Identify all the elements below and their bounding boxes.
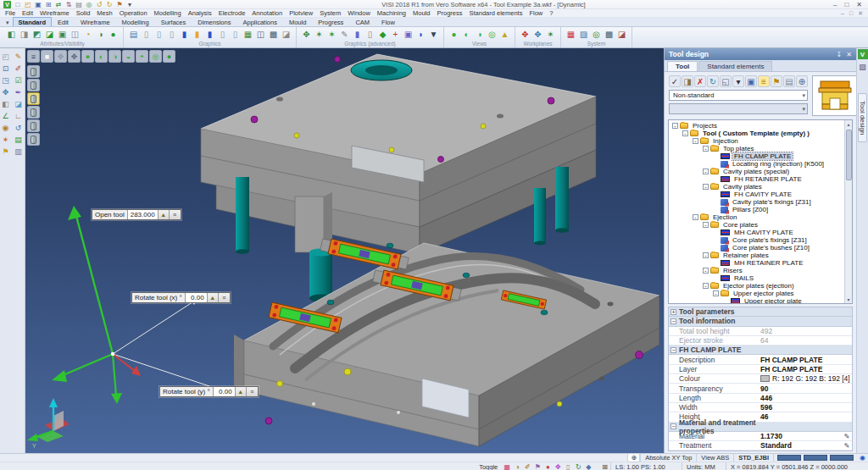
pin-icon[interactable]: ↧ <box>837 51 843 58</box>
section-icon[interactable]: ◫ <box>255 29 266 40</box>
view-sphere-7-icon[interactable]: ● <box>163 50 175 63</box>
tree-item[interactable]: FH RETAINER PLATE <box>670 175 843 183</box>
vp-assembly-icon[interactable] <box>27 79 40 91</box>
tree-item[interactable]: - Cavity plates <box>670 183 843 191</box>
tree-expander-icon[interactable]: - <box>703 268 709 274</box>
tree-item[interactable]: - Ejection <box>670 213 843 221</box>
toggle-flag-icon[interactable]: ⚑ <box>533 462 542 470</box>
ribbon-tab[interactable]: Progress <box>312 17 349 26</box>
workplane-3pt-icon[interactable]: ✶ <box>545 29 556 40</box>
tree-scrollbar[interactable]: ▴ ▾ <box>844 120 852 303</box>
section-expander-icon[interactable]: − <box>670 347 676 353</box>
layers-icon[interactable]: ▥ <box>14 147 24 157</box>
cylinder-ghost-icon[interactable]: ▮ <box>204 29 215 40</box>
menu-item[interactable]: Wireframe <box>40 9 70 17</box>
tree-item[interactable]: - Retainer plates <box>670 252 843 259</box>
view-front-icon[interactable]: ◑ <box>474 29 485 40</box>
half-view-icon[interactable]: ◗ <box>415 29 426 40</box>
rotate-tool-x-label[interactable]: Rotate tool (x) ° 0.00 ▲ ≡ <box>131 292 231 303</box>
scroll-up-icon[interactable]: ▴ <box>847 120 849 128</box>
colour-table-icon[interactable]: ▦ <box>565 29 576 40</box>
vp-active-solid-icon[interactable] <box>27 92 40 105</box>
menu-item[interactable]: Mould <box>413 9 430 17</box>
menu-item[interactable]: Operation <box>120 9 147 17</box>
cylinder-active-icon[interactable]: ▮ <box>192 29 203 40</box>
menu-item[interactable]: Electrode <box>219 9 246 17</box>
shade-toggle-icon[interactable]: ◔ <box>82 29 93 40</box>
param-row[interactable]: Total tool height 492 <box>669 327 852 336</box>
refresh-tool-icon[interactable]: ↻ <box>707 75 719 87</box>
edit-icon[interactable]: ✎ <box>842 433 852 440</box>
transparency-icon[interactable]: ◑ <box>95 29 106 40</box>
param-row[interactable]: Colour R: 192 G: 192 B: 192 [4] <box>669 374 852 384</box>
bounds-icon[interactable]: ⊡ <box>1 64 11 74</box>
history-icon[interactable]: ↺ <box>14 123 24 133</box>
spark-icon[interactable]: ✶ <box>1 135 11 145</box>
drop-view-icon[interactable]: ▼ <box>428 29 439 40</box>
toggle-pen-icon[interactable]: ✐ <box>523 462 531 470</box>
tree-item[interactable]: - Core plates <box>670 221 843 229</box>
open-tool-icon[interactable]: ◰ <box>1 52 11 62</box>
menu-item[interactable]: Plotview <box>289 9 313 17</box>
vp-solid-icon[interactable] <box>27 106 40 119</box>
view-sphere-3-icon[interactable]: ◑ <box>108 50 121 63</box>
view-iso-icon[interactable]: ● <box>448 29 459 40</box>
undo-icon[interactable]: ↺ <box>95 0 103 8</box>
view-sphere-5-icon[interactable]: ◓ <box>136 50 148 63</box>
rotate-y-value[interactable]: 0.00 <box>214 387 236 396</box>
menu-item[interactable]: Edit <box>22 9 33 17</box>
close-button[interactable]: ✕ <box>856 1 862 8</box>
modify-icon[interactable]: ✒ <box>14 87 24 97</box>
surface-icon[interactable]: ◪ <box>14 99 24 109</box>
menu-item[interactable]: Progress <box>437 9 462 17</box>
ribbon-tab[interactable]: Standard <box>13 17 53 26</box>
edit-icon[interactable]: ✎ <box>842 442 852 450</box>
list-button-icon[interactable]: ≡ <box>247 387 258 396</box>
save-tool-icon[interactable]: ▣ <box>745 75 757 87</box>
view-mode-cell[interactable]: View ABS <box>696 454 733 462</box>
scrollbar-thumb[interactable] <box>846 130 852 180</box>
shadow-icon[interactable]: ◪ <box>281 29 292 40</box>
search-icon[interactable]: ⊕ <box>796 75 808 87</box>
status-search-icon[interactable]: ⊕ <box>627 453 640 462</box>
gem-icon[interactable]: ◆ <box>377 29 388 40</box>
menu-item[interactable]: Window <box>348 9 370 17</box>
tree-expander-icon[interactable]: - <box>703 222 709 228</box>
cylinder-view-icon[interactable]: ▯ <box>141 29 152 40</box>
param-row[interactable]: Transparency 90 <box>669 384 852 393</box>
clip-box-icon[interactable]: ▯ <box>364 29 376 40</box>
refresh-graphics-icon[interactable]: ▤ <box>128 29 139 40</box>
measure-icon[interactable]: ∠ <box>1 111 11 121</box>
doc-restore-button[interactable]: □ <box>849 10 853 17</box>
ribbon-tab[interactable]: Modelling <box>116 17 155 26</box>
panel-tab[interactable]: Tool <box>667 61 698 71</box>
camera-icon[interactable]: ◨ <box>682 75 693 87</box>
add-view-icon[interactable]: + <box>390 29 401 40</box>
burst-icon[interactable]: ✶ <box>326 29 337 40</box>
ribbon-tab[interactable]: Mould <box>283 17 312 26</box>
tree-expander-icon[interactable]: - <box>703 184 709 190</box>
param-row[interactable]: − Material and treatment properties <box>669 423 852 432</box>
blank-icon[interactable]: ▣ <box>57 29 68 40</box>
tree-item[interactable]: - Tool ( Custom Template (empty) ) <box>670 130 843 137</box>
doc-minimize-button[interactable]: – <box>841 10 844 17</box>
grid-render-icon[interactable]: ▩ <box>268 29 279 40</box>
list-button-icon[interactable]: ≡ <box>170 210 181 219</box>
open-tool-label[interactable]: Open tool 283.000 ▲ ≡ <box>92 209 181 220</box>
vp-item-filter-icon[interactable] <box>27 65 40 78</box>
minimize-button[interactable]: – <box>833 1 837 8</box>
tree-expander-icon[interactable]: - <box>713 290 719 296</box>
query-icon[interactable]: ◉ <box>1 123 11 133</box>
delete-tool-icon[interactable]: ✗ <box>694 75 706 87</box>
cylinder-edge-icon[interactable]: ▯ <box>217 29 228 40</box>
cylinder-shade-icon[interactable]: ▮ <box>179 29 190 40</box>
ribbon-tab[interactable]: CAM <box>349 17 376 26</box>
menu-item[interactable]: ? <box>549 9 553 17</box>
ribbon-tab[interactable]: Flow <box>376 17 401 26</box>
tree-item[interactable]: Locating ring (injection) [K500] <box>670 160 843 168</box>
list-button-icon[interactable]: ≡ <box>219 293 230 302</box>
workplane-xy-icon[interactable]: ✥ <box>520 29 531 40</box>
dock-panel-icon[interactable]: ▨ <box>859 63 866 71</box>
saved-view-icon[interactable]: ▣ <box>403 29 414 40</box>
shade-mode-icon[interactable]: ■ <box>41 50 53 63</box>
